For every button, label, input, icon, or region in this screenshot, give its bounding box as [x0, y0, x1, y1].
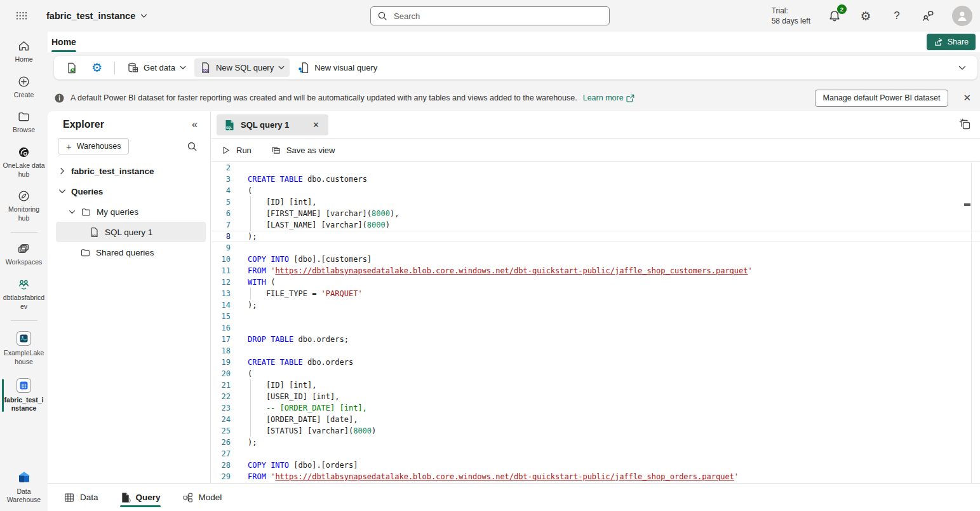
search-input[interactable] — [393, 11, 603, 22]
collapse-panel-icon[interactable]: « — [192, 119, 198, 130]
run-button[interactable]: Run — [220, 145, 252, 156]
code-line[interactable]: 5 [ID] [int], — [211, 196, 980, 208]
nav-create[interactable]: Create — [0, 74, 48, 101]
query-toolbar: Run Save as view — [211, 139, 980, 162]
ribbon-divider — [114, 62, 115, 74]
code-line[interactable]: 27 — [211, 448, 980, 460]
ribbon-settings-gear-icon[interactable]: ⚙ — [86, 58, 107, 77]
code-line[interactable]: 23 -- [ORDER_DATE] [int], — [211, 402, 980, 414]
tab-close-icon[interactable]: ✕ — [310, 119, 322, 131]
sql-file-icon: SQL — [199, 62, 211, 74]
collapse-ribbon-chevron-icon[interactable] — [953, 63, 971, 73]
nav-monitoring-hub[interactable]: Monitoring hub — [0, 188, 48, 224]
code-line[interactable]: 28COPY INTO [dbo].[orders] — [211, 460, 980, 471]
view-tab-model[interactable]: Model — [182, 484, 222, 511]
manage-default-dataset-button[interactable]: Manage default Power BI dataset — [815, 90, 949, 107]
code-line[interactable]: 20( — [211, 368, 980, 379]
editor-overview-ruler[interactable] — [971, 162, 972, 483]
query-document-icon — [120, 492, 131, 503]
trial-status: Trial: 58 days left — [772, 6, 810, 26]
explorer-search-icon[interactable] — [187, 141, 198, 152]
tree-item-queries[interactable]: Queries — [48, 181, 210, 201]
code-line[interactable]: 15 — [211, 311, 980, 322]
sql-file-icon-green: SQL — [224, 119, 235, 131]
view-tab-data[interactable]: Data — [64, 484, 98, 511]
learn-more-link[interactable]: Learn more — [583, 93, 634, 102]
workspace-title-menu[interactable]: fabric_test_instance — [46, 0, 147, 32]
nav-browse[interactable]: Browse — [0, 109, 48, 136]
content-card: Explorer « + Warehouses fabric_test_inst… — [48, 111, 980, 511]
share-button[interactable]: Share — [927, 34, 976, 50]
nav-item-examplelakehouse[interactable]: ExampleLakehouse — [0, 329, 48, 367]
code-line[interactable]: 18 — [211, 345, 980, 357]
code-line[interactable]: 14); — [211, 299, 980, 311]
code-line[interactable]: 29FROM 'https://dbtlabsynapsedatalake.bl… — [211, 471, 980, 482]
help-icon[interactable]: ? — [890, 9, 904, 23]
tab-sql-query-1[interactable]: SQL SQL query 1 ✕ — [217, 114, 328, 135]
new-visual-query-button[interactable]: New visual query — [293, 58, 382, 77]
code-line[interactable]: 2 — [211, 162, 980, 174]
query-editor-pane: SQL SQL query 1 ✕ — [211, 111, 980, 483]
editor-tab-bar: SQL SQL query 1 ✕ — [211, 111, 980, 139]
settings-gear-icon[interactable]: ⚙ — [859, 9, 873, 23]
code-line[interactable]: 16 — [211, 322, 980, 334]
code-line[interactable]: 4( — [211, 185, 980, 196]
add-warehouses-button[interactable]: + Warehouses — [58, 138, 129, 154]
folder-icon — [81, 207, 91, 217]
save-as-view-button[interactable]: Save as view — [271, 145, 335, 156]
play-icon — [220, 145, 231, 156]
get-data-button[interactable]: Get data — [122, 58, 191, 77]
user-avatar[interactable] — [952, 6, 972, 26]
nav-workspace-dbtlabsfabricdev[interactable]: dbtlabsfabricdev — [0, 276, 48, 312]
line-number: 29 — [211, 471, 231, 482]
code-line[interactable]: 26); — [211, 437, 980, 448]
tree-item-sql-query-1[interactable]: SQL SQL query 1 — [56, 222, 206, 242]
code-line[interactable]: 8); — [211, 231, 980, 242]
copy-icon[interactable] — [959, 118, 972, 131]
code-line[interactable]: 12WITH ( — [211, 276, 980, 288]
indent-guide — [250, 425, 251, 437]
nav-onelake-data-hub[interactable]: OneLake data hub — [0, 144, 48, 180]
code-line[interactable]: 17DROP TABLE dbo.orders; — [211, 334, 980, 345]
code-line[interactable]: 22 [USER_ID] [int], — [211, 391, 980, 402]
code-line[interactable]: 3CREATE TABLE dbo.customers — [211, 174, 980, 185]
refresh-document-button[interactable] — [60, 58, 83, 78]
nav-workspaces[interactable]: Workspaces — [0, 241, 48, 268]
tree-item-shared-queries[interactable]: Shared queries — [48, 242, 210, 262]
folder-icon — [17, 110, 30, 123]
code-line[interactable]: 21 [ID] [int], — [211, 379, 980, 391]
code-line[interactable]: 9 — [211, 242, 980, 254]
tab-home[interactable]: Home — [51, 32, 76, 52]
banner-close-icon[interactable]: ✕ — [959, 91, 975, 105]
workspace-people-icon — [17, 278, 30, 291]
svg-text:SQL: SQL — [226, 126, 232, 130]
code-line[interactable]: 7 [LAST_NAME] [varchar](8000) — [211, 219, 980, 231]
view-tab-query[interactable]: Query — [120, 484, 161, 511]
nav-home[interactable]: Home — [0, 38, 48, 65]
menu-tab-row: Home Share — [48, 32, 980, 52]
onelake-icon — [17, 146, 30, 159]
nav-item-fabric-test-instance[interactable]: fabric_test_instance — [0, 376, 48, 414]
code-line[interactable]: 13 FILE_TYPE = 'PARQUET' — [211, 288, 980, 299]
workspaces-icon — [17, 242, 30, 256]
feedback-icon[interactable] — [921, 9, 935, 23]
ribbon-toolbar: ⚙ Get data — [54, 56, 977, 79]
code-line[interactable]: 24 [ORDER_DATE] [date], — [211, 414, 980, 425]
line-number: 4 — [211, 185, 231, 196]
warehouse-item-icon — [16, 378, 32, 393]
tree-item-warehouse[interactable]: fabric_test_instance — [48, 161, 210, 181]
notification-badge: 2 — [837, 4, 847, 14]
code-line[interactable]: 10COPY INTO [dbo].[customers] — [211, 254, 980, 265]
code-line[interactable]: 25 [STATUS] [varchar](8000) — [211, 425, 980, 437]
home-icon — [17, 39, 30, 53]
line-number: 18 — [211, 345, 231, 357]
code-line[interactable]: 6 [FIRST_NAME] [varchar](8000), — [211, 208, 980, 219]
code-line[interactable]: 11FROM 'https://dbtlabsynapsedatalake.bl… — [211, 265, 980, 276]
notifications-bell-icon[interactable]: 2 — [828, 9, 842, 23]
nav-data-warehouse-switcher[interactable]: Data Warehouse — [0, 468, 48, 506]
sql-code-editor[interactable]: 23CREATE TABLE dbo.customers4(5 [ID] [in… — [211, 162, 980, 483]
app-launcher-icon[interactable] — [13, 8, 30, 25]
new-sql-query-button[interactable]: SQL New SQL query — [194, 58, 290, 77]
code-line[interactable]: 19CREATE TABLE dbo.orders — [211, 357, 980, 368]
tree-item-my-queries[interactable]: My queries — [48, 201, 210, 222]
